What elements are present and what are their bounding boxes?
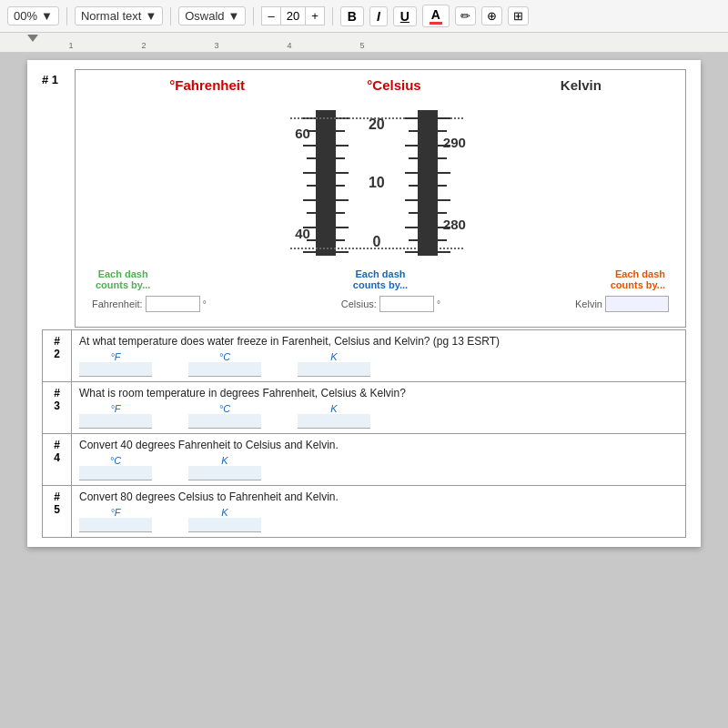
q4-text: Convert 40 degrees Fahrenheit to Celsius… [79,439,678,451]
q5-content: Convert 80 degrees Celsius to Fahrenheit… [72,486,686,538]
ruler-mark-3: 3 [180,41,253,50]
italic-button[interactable]: I [369,6,388,26]
q2-content: At what temperature does water freeze in… [72,330,686,382]
ruler-mark-4: 4 [253,41,326,50]
thermo-diagram: 60 40 [86,96,674,265]
rtick-r5 [438,172,450,174]
q4-k-label: K [221,455,228,466]
thermo-section: °Fahrenheit °Celsius Kelvin 60 40 [75,69,686,328]
questions-table: # 2 At what temperature does water freez… [42,329,686,538]
q3-answer-f: °F [79,403,152,429]
font-size-decrease[interactable]: – [261,6,280,25]
k-label-280: 280 [443,217,466,231]
rtick-r6 [438,185,447,187]
thermo-headers: °Fahrenheit °Celsius Kelvin [86,77,674,93]
q4-answers: °C K [79,455,678,480]
q2-f-line[interactable] [79,362,152,377]
q3-k-line[interactable] [298,414,370,429]
celsius-input-group: Celsius: ° [341,296,440,312]
q3-k-label: K [330,403,337,414]
link-icon[interactable]: ⊕ [481,6,502,25]
rtick-r2 [438,130,447,132]
tick-l11 [303,251,316,253]
ruler-mark-1: 1 [35,41,107,50]
separator-4 [332,7,333,25]
rtick-l8 [409,212,418,214]
rtick-l4 [409,157,418,159]
q4-c-line[interactable] [79,466,152,480]
q2-c-label: °C [219,351,230,362]
ruler-mark-2: 2 [107,41,180,50]
ruler-indent[interactable] [27,35,38,46]
q2-answer-c: °C [188,351,261,377]
tick-l10 [307,239,316,241]
fahrenheit-input-group: Fahrenheit: ° [92,296,207,312]
table-row: # 5 Convert 80 degrees Celsius to Fahren… [43,486,686,538]
style-arrow: ▼ [145,9,157,23]
q3-text: What is room temperature in degrees Fahr… [79,387,678,399]
celsius-input[interactable] [379,296,434,312]
q5-k-line[interactable] [188,518,261,532]
k-label-290: 290 [443,136,466,149]
q4-k-line[interactable] [188,466,261,480]
kelvin-input[interactable] [605,296,669,312]
rtick-l2 [409,130,418,132]
rtick-l3 [405,145,418,147]
style-label: Normal text [81,9,141,23]
f-degree: ° [203,299,207,309]
font-size-increase[interactable]: + [305,6,325,25]
q5-f-line[interactable] [79,518,152,532]
font-size-value: 20 [281,6,305,25]
q4-answer-k: K [188,455,261,480]
rtick-r4 [438,157,447,159]
tick-l3 [303,145,316,147]
separator-3 [253,7,254,25]
fahrenheit-header: °Fahrenheit [162,77,253,93]
underline-button[interactable]: U [393,6,417,26]
f-label-60: 60 [295,126,310,140]
q3-f-line[interactable] [79,414,152,429]
tick-l2 [307,130,316,132]
page: # 1 °Fahrenheit °Celsius Kelvin 60 40 [27,60,701,547]
left-thermo-bar [316,110,336,256]
each-dash-kelvin: Each dashcounts by... [611,268,665,290]
q3-c-label: °C [219,403,230,414]
q5-text: Convert 80 degrees Celsius to Fahrenheit… [79,490,678,503]
q3-f-label: °F [110,403,120,414]
kelvin-input-group: Kelvin [575,296,669,312]
input-fields-row: Fahrenheit: ° Celsius: ° Kelvin [86,292,674,316]
q3-c-line[interactable] [188,414,261,429]
q2-text: At what temperature does water freeze in… [79,335,678,348]
table-row: # 3 What is room temperature in degrees … [43,382,686,434]
q5-answer-f: °F [79,507,152,532]
font-dropdown[interactable]: Oswald ▼ [178,6,246,25]
fahrenheit-input[interactable] [146,296,200,312]
font-color-button[interactable]: A [422,5,450,27]
style-dropdown[interactable]: Normal text ▼ [75,6,163,25]
separator-2 [170,7,171,25]
q2-k-line[interactable] [298,362,370,377]
q5-answers: °F K [79,507,678,532]
pencil-icon[interactable]: ✏ [455,6,476,25]
ruler-content: 1 2 3 4 5 [35,41,728,50]
tick-l5 [303,172,316,174]
celsius-header: °Celsius [349,77,440,93]
tick-l6 [307,185,316,187]
q4-answer-c: °C [79,455,152,480]
zoom-control[interactable]: 00% ▼ [7,6,59,25]
bold-button[interactable]: B [340,6,364,26]
q1-number: # 1 [42,69,67,328]
rtick-r11 [438,251,450,253]
fahrenheit-input-label: Fahrenheit: [92,298,143,309]
right-thermo-bar [418,110,438,256]
q2-c-line[interactable] [188,362,261,377]
q2-number: # 2 [43,330,72,382]
rtick-r9 [438,227,450,228]
table-row: # 4 Convert 40 degrees Fahrenheit to Cel… [43,434,686,486]
separator-1 [66,7,67,25]
rtick-r10 [438,239,447,241]
more-options-icon[interactable]: ⊞ [508,6,529,25]
rtick-r3 [438,145,450,147]
q3-content: What is room temperature in degrees Fahr… [72,382,686,434]
celsius-scale: 20 10 0 [336,113,418,254]
